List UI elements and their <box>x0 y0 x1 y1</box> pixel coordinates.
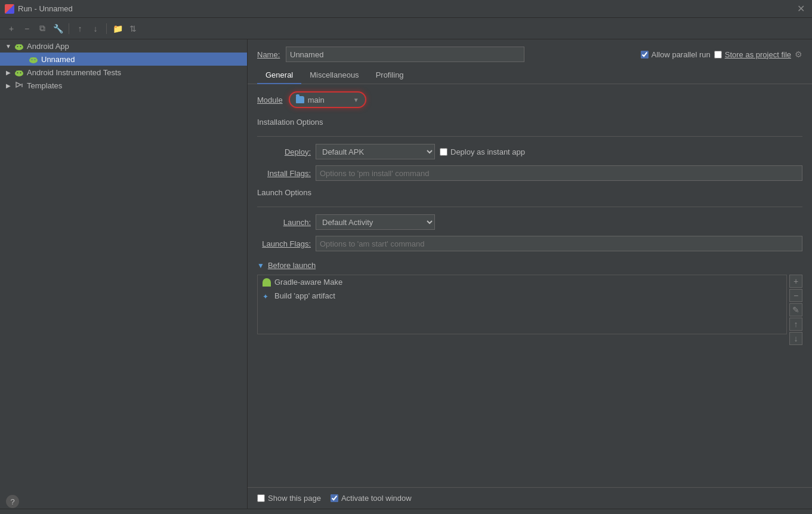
sidebar-item-templates[interactable]: ▶ Templates <box>0 79 247 92</box>
activate-window-label: Activate tool window <box>341 494 412 503</box>
install-flags-label: Install Flags: <box>257 169 311 178</box>
build-artifact-label: Build 'app' artifact <box>274 291 335 300</box>
move-up-button[interactable]: ↑ <box>73 22 87 35</box>
main-container: ▼ Android App ▶ <box>0 39 812 509</box>
install-flags-input[interactable] <box>316 165 802 181</box>
templates-icon <box>14 81 24 90</box>
module-folder-icon <box>296 96 304 103</box>
deploy-instant-checkbox[interactable] <box>440 148 447 156</box>
store-project-checkbox[interactable] <box>714 51 722 59</box>
deploy-label: Deploy: <box>257 147 311 156</box>
launch-label: Launch: <box>257 218 311 227</box>
installation-options-header: Installation Options <box>257 118 802 129</box>
title-bar: Run - Unnamed ✕ <box>0 0 812 18</box>
remove-config-button[interactable]: − <box>20 22 33 35</box>
activate-window-option: Activate tool window <box>331 494 412 503</box>
allow-parallel-option: Allow parallel run <box>641 50 711 59</box>
close-button[interactable]: ✕ <box>795 3 807 14</box>
toolbar-separator <box>69 23 69 34</box>
arrow-icon-3: ▶ <box>5 82 12 89</box>
launch-options-header: Launch Options <box>257 188 802 199</box>
content-area: Module main ▼ Installation Options Deplo… <box>248 84 812 487</box>
unnamed-icon <box>29 54 38 64</box>
gradle-icon <box>263 278 271 287</box>
name-label: Name: <box>257 50 281 59</box>
before-launch-title: Before launch <box>268 261 316 270</box>
toolbar-separator-2 <box>106 23 107 34</box>
before-launch-section: ▼ Before launch Gradle-aware Make <box>257 261 802 345</box>
move-down-button[interactable]: ↓ <box>89 22 102 35</box>
bottom-checkboxes: Show this page Activate tool window <box>248 487 812 509</box>
list-item[interactable]: Gradle-aware Make <box>258 275 786 289</box>
help-button[interactable]: ? <box>6 495 19 508</box>
svg-point-11 <box>35 59 36 60</box>
module-select-button[interactable]: main ▼ <box>289 91 366 108</box>
gear-icon[interactable]: ⚙ <box>795 50 802 59</box>
before-launch-edit-button[interactable]: ✎ <box>789 303 802 316</box>
deploy-instant-option: Deploy as instant app <box>440 147 525 156</box>
launch-flags-label: Launch Flags: <box>257 239 311 248</box>
launch-row: Launch: Default Activity Nothing Specifi… <box>257 214 802 230</box>
window-title: Run - Unnamed <box>18 4 73 13</box>
before-launch-remove-button[interactable]: − <box>789 289 802 302</box>
before-launch-list: Gradle-aware Make Build 'app' artifact <box>257 275 787 334</box>
store-project-label: Store as project file <box>725 50 791 59</box>
deploy-instant-label: Deploy as instant app <box>450 147 525 156</box>
copy-config-button[interactable]: ⧉ <box>36 22 49 35</box>
allow-parallel-label: Allow parallel run <box>652 50 711 59</box>
svg-point-4 <box>17 46 18 47</box>
before-launch-add-button[interactable]: + <box>789 275 802 288</box>
name-row: Name: Allow parallel run Store as projec… <box>248 39 812 67</box>
sidebar-unnamed-label: Unnamed <box>41 55 75 64</box>
launch-select[interactable]: Default Activity Nothing Specified Activ… <box>316 214 435 230</box>
sidebar-android-app-label: Android App <box>27 42 69 51</box>
module-dropdown-arrow: ▼ <box>353 97 359 103</box>
right-panel: Name: Allow parallel run Store as projec… <box>248 39 812 509</box>
sort-button[interactable]: ⇅ <box>126 22 140 35</box>
launch-flags-input[interactable] <box>316 236 802 251</box>
list-item[interactable]: Build 'app' artifact <box>258 289 786 303</box>
module-label: Module <box>257 96 283 104</box>
module-row: Module main ▼ <box>257 91 802 108</box>
sidebar-item-unnamed[interactable]: ▶ Unnamed <box>0 53 247 66</box>
tab-profiling[interactable]: Profiling <box>368 67 412 84</box>
bottom-bar: https://blog.csdn.net/qq_35270145 Run Ca… <box>0 509 812 514</box>
collapse-before-launch-button[interactable]: ▼ <box>257 261 264 270</box>
run-icon <box>5 4 14 14</box>
show-page-checkbox[interactable] <box>257 494 265 502</box>
header-options: Allow parallel run Store as project file… <box>641 50 802 59</box>
before-launch-list-wrap: Gradle-aware Make Build 'app' artifact <box>257 275 787 339</box>
launch-sep <box>257 207 802 207</box>
install-flags-row: Install Flags: <box>257 165 802 181</box>
show-page-option: Show this page <box>257 494 321 503</box>
add-config-button[interactable]: + <box>5 22 18 35</box>
before-launch-down-button[interactable]: ↓ <box>789 332 802 345</box>
launch-flags-row: Launch Flags: <box>257 236 802 251</box>
sidebar: ▼ Android App ▶ <box>0 39 248 509</box>
tab-general[interactable]: General <box>257 67 301 84</box>
arrow-icon: ▼ <box>5 42 12 50</box>
before-launch-up-button[interactable]: ↑ <box>789 318 802 331</box>
svg-point-16 <box>17 72 18 73</box>
before-launch-header: ▼ Before launch <box>257 261 802 270</box>
installation-sep <box>257 136 802 137</box>
sidebar-instrumented-label: Android Instrumented Tests <box>27 68 121 77</box>
arrow-icon-2: ▶ <box>5 69 12 76</box>
folder-button[interactable]: 📁 <box>111 22 124 35</box>
deploy-select[interactable]: Default APK APK from app bundle Nothing <box>316 144 435 159</box>
sidebar-item-instrumented-tests[interactable]: ▶ Android Instrumented Tests <box>0 66 247 79</box>
side-buttons: + − ✎ ↑ ↓ <box>789 275 802 345</box>
title-bar-left: Run - Unnamed <box>5 4 73 14</box>
activate-window-checkbox[interactable] <box>331 494 338 502</box>
artifact-icon <box>263 292 271 300</box>
tab-miscellaneous[interactable]: Miscellaneous <box>301 67 367 84</box>
instrumented-tests-icon <box>14 67 24 77</box>
sidebar-item-android-app[interactable]: ▼ Android App <box>0 39 247 53</box>
settings-button[interactable]: 🔧 <box>51 22 64 35</box>
svg-point-5 <box>20 46 21 47</box>
store-project-option: Store as project file <box>714 50 791 59</box>
gradle-make-label: Gradle-aware Make <box>274 278 342 287</box>
allow-parallel-checkbox[interactable] <box>641 51 649 59</box>
name-input[interactable] <box>286 47 524 62</box>
deploy-wrapper: Default APK APK from app bundle Nothing … <box>316 144 525 159</box>
